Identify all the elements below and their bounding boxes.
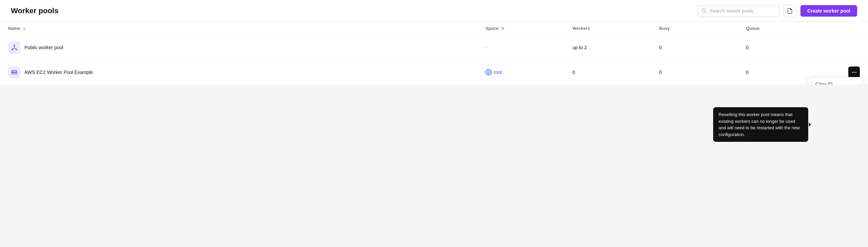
document-icon-button[interactable] [783, 4, 796, 17]
table-header-row: Name ∨ Space ⇅ Workers Busy Queue [0, 22, 868, 35]
svg-rect-8 [12, 71, 17, 72]
col-header-name[interactable]: Name ∨ [0, 22, 477, 35]
dropdown-item-copy-id[interactable]: Copy ID [809, 77, 862, 84]
row-2-name: AWS EC2 Worker Pool Example [24, 70, 93, 75]
row-2-workers-cell: 0 [564, 60, 651, 85]
table-container: Name ∨ Space ⇅ Workers Busy Queue [0, 22, 868, 84]
row-1-name: Public worker pool [24, 45, 63, 50]
row-2-more-button[interactable] [848, 66, 860, 78]
row-1-name-cell: Public worker pool [0, 35, 477, 60]
row-2-space-name: root [494, 70, 502, 75]
row-1-space: - [486, 45, 487, 50]
svg-point-0 [702, 9, 706, 13]
create-worker-pool-button[interactable]: Create worker pool [800, 5, 857, 17]
table-row: Public worker pool - up to 2 0 0 [0, 35, 868, 60]
svg-point-2 [14, 45, 15, 46]
table-row: AWS EC2 Worker Pool Example root [0, 60, 868, 85]
svg-line-7 [14, 48, 16, 49]
row-2-busy-cell: 0 [651, 60, 738, 85]
document-icon [787, 8, 793, 14]
header: Worker pools Create worker pool [0, 0, 868, 22]
col-header-space[interactable]: Space ⇅ [477, 22, 564, 35]
worker-public-icon [8, 41, 20, 54]
sort-icon-space: ⇅ [501, 26, 504, 31]
row-2-space-cell: root [477, 60, 564, 85]
col-header-actions [825, 22, 868, 35]
search-input[interactable] [698, 5, 779, 17]
row-1-action-cell [825, 35, 868, 60]
row-2-space-badge[interactable]: root [486, 69, 502, 75]
svg-point-3 [12, 49, 13, 50]
row-2-action-cell: Copy ID Edit Cycle Reset Delete [825, 60, 868, 85]
search-icon [701, 8, 707, 14]
row-1-space-cell: - [477, 35, 564, 60]
svg-rect-9 [12, 73, 17, 74]
svg-line-6 [12, 48, 14, 49]
header-actions: Create worker pool [698, 4, 857, 17]
svg-point-16 [855, 72, 856, 73]
row-1-queue-cell: 0 [738, 35, 825, 60]
svg-point-15 [854, 72, 855, 73]
col-header-queue: Queue [738, 22, 825, 35]
svg-point-13 [487, 71, 490, 74]
svg-point-12 [488, 72, 489, 73]
row-1-busy-cell: 0 [651, 35, 738, 60]
dropdown-menu: Copy ID Edit Cycle Reset Delete [808, 77, 863, 84]
worker-pools-table: Name ∨ Space ⇅ Workers Busy Queue [0, 22, 868, 84]
search-wrapper [698, 5, 779, 17]
row-2-name-cell: AWS EC2 Worker Pool Example [0, 60, 477, 85]
col-header-busy: Busy [651, 22, 738, 35]
sort-icon-name: ∨ [23, 26, 25, 31]
page-title: Worker pools [11, 6, 58, 15]
svg-point-14 [852, 72, 853, 73]
col-header-workers: Workers [564, 22, 651, 35]
svg-line-1 [705, 12, 706, 13]
space-link-icon [486, 69, 492, 75]
svg-point-4 [16, 49, 17, 50]
worker-aws-icon [8, 66, 20, 78]
row-1-workers-cell: up to 2 [564, 35, 651, 60]
more-icon [851, 69, 857, 75]
